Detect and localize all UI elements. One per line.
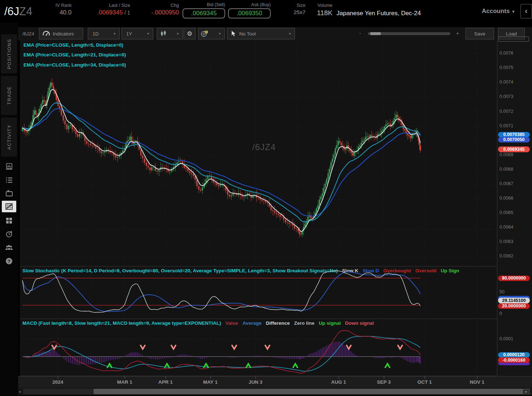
last-trade-size: / 1: [124, 10, 130, 16]
sidebar-tab-activity[interactable]: ACTIVITY: [1, 118, 17, 157]
panel-divider[interactable]: [20, 266, 532, 267]
price-tick: 0.0068: [499, 167, 513, 172]
sidebar-history-button[interactable]: [2, 228, 16, 240]
chg-label: Chg: [141, 3, 179, 8]
ema5-label: EMA (Price=CLOSE, Length=5, Displace=0): [23, 42, 123, 48]
tool-value: No Tool: [239, 31, 256, 37]
symbol-watermark: /6JZ4: [252, 142, 276, 152]
zoom-slider[interactable]: [368, 32, 450, 35]
scrollbar-thumb[interactable]: [94, 389, 524, 394]
macd-value-badge: 0.0000120: [498, 352, 530, 358]
tool-dropdown[interactable]: No Tool ▼: [227, 28, 295, 39]
stochastic-panel[interactable]: Slow Stochastic (K Period=14, D Period=9…: [20, 267, 497, 319]
last-size-stat: Last / Size .0069345 / 1: [78, 3, 130, 16]
axis-scrollbar-thumb[interactable]: [498, 37, 529, 42]
left-sidebar: POSITIONSTRADEACTIVITY?: [0, 22, 18, 396]
sidebar-tab-label: ACTIVITY: [7, 124, 12, 150]
sidebar-watchlist-button[interactable]: [2, 174, 16, 186]
stoch-zero-tick: 0: [499, 311, 502, 316]
price-badge: 0.0070385: [498, 132, 530, 137]
chg-stat: Chg -.0000950: [141, 3, 179, 16]
save-button[interactable]: Save: [466, 28, 494, 39]
chevron-down-icon: ▼: [147, 32, 150, 35]
panel-divider[interactable]: [20, 319, 532, 319]
journal-icon: [5, 162, 13, 171]
timeframe-dropdown[interactable]: 1D ▼: [88, 28, 120, 39]
price-tick: 0.0074: [499, 80, 513, 85]
down-signal-icon: [398, 345, 402, 349]
time-label: OCT 1: [417, 379, 432, 385]
iv-rank-label: IV Rank: [40, 3, 72, 8]
time-tick: [166, 376, 166, 379]
chart-type-dropdown[interactable]: ▼: [157, 28, 183, 39]
ema21-label: EMA (Price=CLOSE, Length=21, Displace=0): [23, 52, 126, 58]
macd-panel[interactable]: MACD (Fast length=8, Slow length=21, MAC…: [20, 319, 497, 376]
time-axis[interactable]: 2024MAR 1APR 1MAY 1JUN 3AUG 1SEP 3OCT 1N…: [18, 376, 532, 388]
chevron-down-icon: ▼: [288, 32, 291, 35]
symbol-root: /6J: [4, 5, 19, 18]
sidebar-grid-button[interactable]: [2, 215, 16, 226]
price-tick: 0.0066: [499, 196, 513, 201]
zoom-slider-thumb[interactable]: [370, 32, 381, 35]
range-dropdown[interactable]: 1Y ▼: [121, 28, 153, 39]
zoom-out-button[interactable]: -: [359, 30, 361, 36]
price-tick: 0.0067: [499, 181, 513, 186]
time-label: MAR 1: [117, 379, 132, 385]
stochastic-plot: [20, 267, 497, 319]
sidebar-tab-trade[interactable]: TRADE: [1, 76, 17, 115]
chart-settings-button[interactable]: ⚙: [184, 28, 196, 39]
up-signal-icon: [293, 364, 297, 367]
time-label: SEP 3: [377, 379, 391, 385]
right-axis[interactable]: 0.00760.00750.00740.00730.00720.00710.00…: [497, 0, 532, 396]
chart-icon: [5, 202, 13, 211]
sidebar-help-button[interactable]: ?: [2, 255, 16, 267]
price-chart-canvas[interactable]: EMA (Price=CLOSE, Length=5, Displace=0) …: [20, 41, 497, 267]
time-label: APR 1: [158, 379, 173, 385]
candlestick-chart: [20, 41, 497, 267]
volume-value: 118K: [312, 9, 332, 17]
bid-label: Bid (Sell): [183, 2, 225, 7]
time-tick: [256, 376, 256, 379]
history-icon: [5, 230, 13, 238]
trading-app: /6JZ4 IV Rank 40.0 Last / Size .0069345 …: [0, 0, 532, 396]
time-tick: [425, 376, 425, 379]
price-tick: 0.0064: [499, 225, 513, 230]
indicators-button[interactable]: Indicators: [39, 28, 83, 39]
drawing-set-dropdown[interactable]: ▼: [198, 28, 225, 39]
drawing-set-icon: [201, 30, 209, 37]
price-badge: 0.0070050: [498, 137, 530, 142]
time-label: NOV 1: [470, 379, 485, 385]
macd-tick: 0.0001: [499, 336, 513, 341]
scrollbar-track[interactable]: [23, 389, 521, 394]
symbol: /6JZ4: [4, 5, 33, 18]
cursor-icon: [231, 30, 236, 37]
price-tick: 0.0076: [499, 51, 513, 56]
chevron-down-icon: ▼: [176, 32, 179, 35]
follow-icon: [5, 243, 13, 252]
ema34-label: EMA (Price=CLOSE, Length=34, Displace=0): [23, 62, 126, 68]
sidebar-chart-button[interactable]: [2, 201, 16, 212]
watchlist-icon: [5, 176, 13, 184]
scroll-left-icon[interactable]: ◂: [19, 389, 21, 394]
iv-rank-value: 40.0: [40, 9, 72, 16]
sidebar-follow-button[interactable]: [2, 242, 16, 253]
ask-button[interactable]: .0069350: [228, 8, 271, 18]
svg-text:?: ?: [8, 259, 10, 264]
toolbar-symbol: /6JZ4: [22, 31, 34, 37]
sidebar-tab-label: POSITIONS: [7, 39, 12, 69]
down-signal-icon: [265, 345, 270, 349]
bid-button[interactable]: .0069345: [183, 8, 225, 18]
zoom-in-button[interactable]: +: [456, 30, 459, 36]
sidebar-journal-button[interactable]: [2, 161, 16, 172]
tv-icon: [5, 189, 13, 197]
time-tick: [58, 376, 58, 379]
sidebar-tab-positions[interactable]: POSITIONS: [1, 34, 17, 73]
size-label: Size: [286, 3, 305, 8]
down-signal-icon: [347, 345, 351, 349]
price-tick: 0.0073: [499, 94, 513, 99]
chevron-down-icon: ▼: [218, 32, 221, 35]
symbol-expiry: Z4: [19, 5, 32, 18]
sidebar-tv-button[interactable]: [2, 187, 16, 199]
stoch-oversold-badge: 20.0000000: [498, 303, 530, 309]
scroll-right-icon[interactable]: ▸: [523, 389, 530, 394]
